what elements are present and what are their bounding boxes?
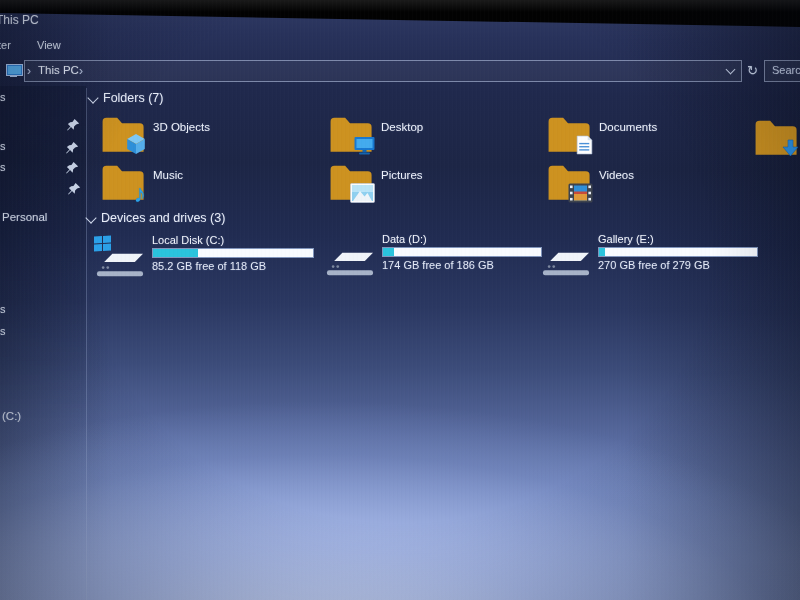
folder-desktop[interactable]: Desktop [328,113,543,154]
pane-divider [86,88,87,600]
folder-label: Documents [599,121,657,133]
capacity-bar [598,247,758,257]
breadcrumb-separator: › [27,64,31,78]
capacity-bar [382,247,542,257]
capacity-bar-fill [153,249,198,257]
nav-item-fragment[interactable]: s [0,140,6,152]
nav-item-personal[interactable]: Personal [2,211,47,223]
drive-name: Gallery (E:) [598,233,758,245]
capacity-bar-fill [599,248,605,256]
breadcrumb-this-pc[interactable]: This PC [38,64,79,76]
drive-gallery-e[interactable]: Gallery (E:) 270 GB free of 279 GB [542,233,758,284]
folder-videos[interactable]: Videos [546,161,761,202]
3d-objects-folder-icon [100,113,144,154]
capacity-bar [152,248,314,258]
folder-3d-objects[interactable]: 3D Objects [100,113,315,154]
drive-free-space: 85.2 GB free of 118 GB [152,260,314,272]
window-title: This PC [0,13,39,27]
drive-free-space: 174 GB free of 186 GB [382,259,542,271]
document-icon [576,135,593,155]
folder-label: Music [153,169,183,181]
drive-name: Local Disk (C:) [152,234,314,246]
nav-item-fragment[interactable]: s [0,91,6,103]
nav-item-local-disk[interactable]: (C:) [2,410,21,422]
tab-view[interactable]: View [37,39,61,51]
folder-music[interactable]: ♪ Music [100,161,315,202]
folder-label: 3D Objects [153,121,210,133]
search-label: Search [772,64,800,76]
folder-downloads[interactable]: Do [753,116,800,157]
downloads-folder-icon [753,116,797,157]
hard-drive-icon [96,245,144,285]
drive-local-disk-c[interactable]: Local Disk (C:) 85.2 GB free of 118 GB [96,234,314,285]
windows-logo-icon [94,235,111,251]
drive-name: Data (D:) [382,233,542,245]
videos-folder-icon [546,161,590,202]
tab-computer[interactable]: ter [0,39,11,51]
folders-section-header[interactable]: Folders (7) [103,91,163,105]
breadcrumb-separator: › [79,64,83,78]
pin-icon [65,141,79,155]
collapse-chevron-icon[interactable] [85,212,96,223]
filmstrip-icon [568,183,593,203]
nav-item-fragment[interactable]: s [0,303,6,315]
hard-drive-icon [326,244,374,284]
photographed-screen: This PC ter View › This PC › ↻ Search s … [0,0,800,600]
folder-label: Pictures [381,169,423,181]
drives-section-header[interactable]: Devices and drives (3) [101,211,225,225]
pin-icon [65,161,79,175]
drive-data-d[interactable]: Data (D:) 174 GB free of 186 GB [326,233,542,284]
download-arrow-icon [781,139,800,158]
drive-free-space: 270 GB free of 279 GB [598,259,758,271]
pin-icon [67,182,81,196]
cube-icon [125,133,147,155]
hard-drive-icon [542,244,590,284]
photo-icon [350,183,375,203]
folder-pictures[interactable]: Pictures [328,161,543,202]
music-folder-icon: ♪ [100,161,144,202]
nav-item-fragment[interactable]: s [0,161,6,173]
this-pc-icon [6,64,23,77]
pictures-folder-icon [328,161,372,202]
folder-label: Desktop [381,121,423,133]
collapse-chevron-icon[interactable] [87,92,98,103]
explorer-window: This PC ter View › This PC › ↻ Search s … [0,0,800,600]
folder-label: Videos [599,169,634,181]
documents-folder-icon [546,113,590,154]
refresh-icon[interactable]: ↻ [747,63,758,78]
music-note-icon: ♪ [134,179,147,208]
pin-icon [66,118,80,132]
nav-item-fragment[interactable]: s [0,325,6,337]
folder-documents[interactable]: Documents [546,113,761,154]
desktop-folder-icon [328,113,372,154]
address-bar[interactable] [24,60,742,82]
monitor-icon [354,136,375,155]
capacity-bar-fill [383,248,394,256]
